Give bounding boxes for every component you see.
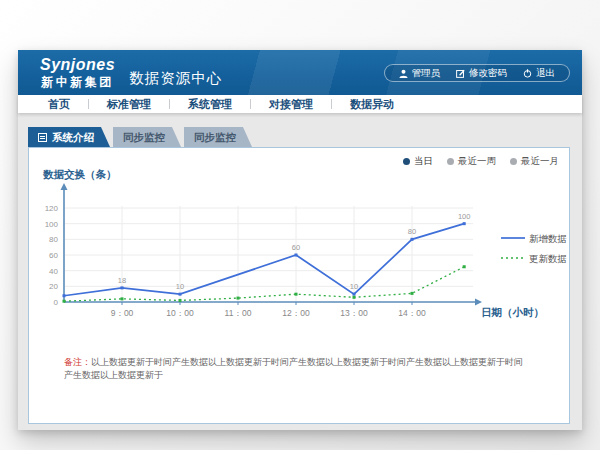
radio-dot-icon — [510, 158, 517, 165]
y-tick-label: 60 — [49, 251, 58, 260]
user-toolbar: 管理员 修改密码 退出 — [384, 64, 571, 82]
data-point — [411, 292, 414, 295]
data-point — [63, 294, 66, 297]
data-point-label: 10 — [176, 282, 184, 291]
y-tick-label: 120 — [45, 204, 59, 213]
nav-divider — [331, 99, 332, 109]
legend-label: 更新数据 — [529, 253, 567, 264]
x-tick-label: 14：00 — [398, 308, 426, 318]
data-point-label: 80 — [408, 227, 416, 236]
document-icon — [38, 133, 47, 142]
nav-divider — [169, 99, 170, 109]
logo-text-cn: 新中新集团 — [40, 76, 115, 88]
y-tick-label: 100 — [45, 220, 59, 229]
x-tick-label: 10：00 — [166, 308, 194, 318]
data-point — [179, 293, 182, 296]
nav-divider — [88, 99, 89, 109]
legend-label: 新增数据 — [529, 233, 567, 244]
nav-divider — [250, 99, 251, 109]
tab-system-intro[interactable]: 系统介绍 — [28, 127, 110, 147]
radio-dot-icon — [403, 158, 410, 165]
x-axis-arrow-icon — [475, 299, 482, 306]
data-point — [295, 293, 298, 296]
footnote: 备注：以上数据更新于时间产生数据以上数据更新于时间产生数据以上数据更新于时间产生… — [64, 356, 524, 382]
y-tick-label: 20 — [49, 282, 58, 291]
chart-panel: 当日 最近一周 最近一月 0204060801001209：0010：0011：… — [28, 147, 570, 424]
x-tick-label: 11：00 — [225, 308, 252, 318]
data-point — [295, 254, 298, 257]
nav-item-home[interactable]: 首页 — [48, 97, 70, 112]
data-point — [463, 222, 466, 225]
line-chart: 0204060801001209：0010：0011：0012：0013：001… — [29, 166, 569, 371]
data-point — [353, 296, 356, 299]
x-tick-label: 13：00 — [340, 308, 368, 318]
data-point — [63, 300, 66, 303]
tab-bar: 系统介绍 同步监控 同步监控 — [28, 127, 570, 147]
y-tick-label: 40 — [49, 267, 58, 276]
current-user-button[interactable]: 管理员 — [391, 67, 449, 80]
power-icon — [523, 69, 532, 78]
x-axis-title: 日期（小时） — [481, 306, 544, 319]
x-tick-label: 12：00 — [282, 308, 310, 318]
radio-dot-icon — [447, 158, 454, 165]
footnote-text: 以上数据更新于时间产生数据以上数据更新于时间产生数据以上数据更新于时间产生数据以… — [64, 357, 523, 380]
y-axis-arrow-icon — [61, 183, 68, 190]
main-nav: 首页 标准管理 系统管理 对接管理 数据异动 — [18, 95, 582, 113]
legend-item-2[interactable]: 更新数据 — [501, 253, 567, 264]
data-point-label: 18 — [118, 276, 126, 285]
tab-sync-monitor-2[interactable]: 同步监控 — [184, 127, 252, 147]
edit-icon — [456, 69, 465, 78]
data-point — [179, 299, 182, 302]
footnote-label: 备注： — [64, 357, 91, 367]
y-tick-label: 80 — [49, 235, 58, 244]
series-line-1 — [64, 224, 464, 296]
data-point — [121, 297, 124, 300]
nav-item-standard-mgmt[interactable]: 标准管理 — [107, 97, 151, 112]
nav-item-data-change[interactable]: 数据异动 — [350, 97, 394, 112]
y-tick-label: 0 — [54, 298, 59, 307]
page-title: 数据资源中心 — [129, 69, 222, 88]
tab-sync-monitor-1[interactable]: 同步监控 — [113, 127, 181, 147]
data-point-label: 100 — [458, 212, 471, 221]
data-point — [353, 293, 356, 296]
legend-item-1[interactable]: 新增数据 — [501, 233, 567, 244]
nav-item-system-mgmt[interactable]: 系统管理 — [188, 97, 232, 112]
x-tick-label: 9：00 — [111, 308, 134, 318]
data-point-label: 10 — [350, 282, 358, 291]
content-area: 系统介绍 同步监控 同步监控 当日 最近一周 — [18, 113, 582, 424]
logout-button[interactable]: 退出 — [515, 67, 563, 80]
nav-item-interface-mgmt[interactable]: 对接管理 — [269, 97, 313, 112]
data-point — [411, 238, 414, 241]
change-password-button[interactable]: 修改密码 — [448, 67, 515, 80]
data-point — [463, 265, 466, 268]
app-window: Synjones 新中新集团 数据资源中心 管理员 修改密码 退出 — [18, 50, 582, 430]
company-logo: Synjones 新中新集团 — [40, 57, 115, 88]
data-point — [121, 286, 124, 289]
data-point-label: 60 — [292, 243, 300, 252]
app-header: Synjones 新中新集团 数据资源中心 管理员 修改密码 退出 — [18, 50, 582, 95]
y-axis-title: 数据交换（条） — [42, 168, 117, 181]
data-point — [237, 297, 240, 300]
user-icon — [399, 69, 408, 78]
logo-text-en: Synjones — [40, 57, 115, 73]
